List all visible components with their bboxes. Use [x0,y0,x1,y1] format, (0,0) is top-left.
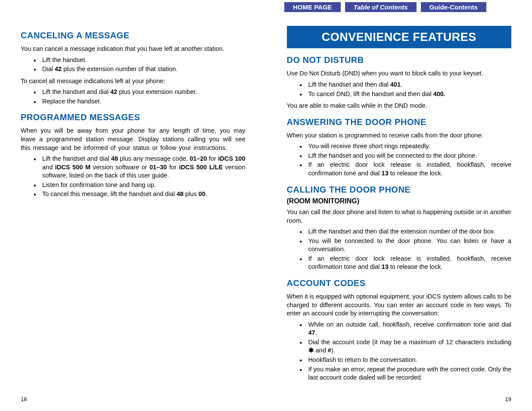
heading-convenience-features: CONVENIENCE FEATURES [287,26,512,48]
list-item: Lift the handset and dial 42 plus your e… [34,88,246,97]
heading-answering-door-phone: ANSWERING THE DOOR PHONE [287,116,512,128]
subheading-room-monitoring: (ROOM MONITORING) [287,196,512,206]
page-right: CONVENIENCE FEATURES DO NOT DISTURB Use … [266,0,532,411]
para: When you will be away from your phone fo… [21,127,246,152]
list-item: To cancel this message, lift the handset… [34,190,246,199]
para: To cancel all message indications left a… [21,77,246,86]
list-item: Dial 42 plus the extension number of tha… [34,65,246,74]
list-item: Lift the handset. [34,56,246,65]
para: You are able to make calls while in the … [287,102,512,110]
heading-account-codes: ACCOUNT CODES [287,277,512,289]
heading-programmed-messages: PROGRAMMED MESSAGES [21,112,246,123]
list-item: To cancel DND, lift the handset and then… [300,90,512,99]
para: When your station is programmed to recei… [287,131,512,140]
list-item: Replace the handset. [34,97,246,106]
list-item: Hookflash to return to the conversation. [300,356,512,364]
heading-do-not-disturb: DO NOT DISTURB [287,54,512,66]
list-item: If you make an error, repeat the procedu… [300,365,512,382]
list-item: You will be connected to the door phone.… [300,237,512,254]
page-spread: CANCELING A MESSAGE You can cancel a mes… [0,0,532,411]
heading-calling-door-phone: CALLING THE DOOR PHONE [287,184,512,196]
list-item: If an electric door lock release is inst… [300,255,512,271]
page-number-left: 18 [21,395,27,403]
heading-canceling-message: CANCELING A MESSAGE [21,30,246,41]
para: You can call the door phone and listen t… [287,208,512,225]
page-number-right: 19 [505,395,511,403]
para: When it is equipped with optional equipm… [287,293,512,318]
page-left: CANCELING A MESSAGE You can cancel a mes… [0,0,266,411]
list-item: If an electric door lock release is inst… [300,161,512,177]
para: Use Do Not Disturb (DND) when you want t… [287,69,512,78]
para: You can cancel a message indication that… [21,45,246,53]
list-item: Lift the handset and dial 48 plus any me… [34,155,246,180]
list-item: Lift the handset and then dial the exten… [300,227,512,236]
list-item: Listen for confirmation tone and hang up… [34,181,246,190]
list-item: Dial the account code (it may be a maxim… [300,338,512,355]
list-item: While on an outside call, hookflash, rec… [300,321,512,337]
list-item: Lift the handset and then dial 401. [300,81,512,89]
list-item: Lift the handset and you will be connect… [300,152,512,160]
list-item: You will receive three short rings repea… [300,142,512,151]
